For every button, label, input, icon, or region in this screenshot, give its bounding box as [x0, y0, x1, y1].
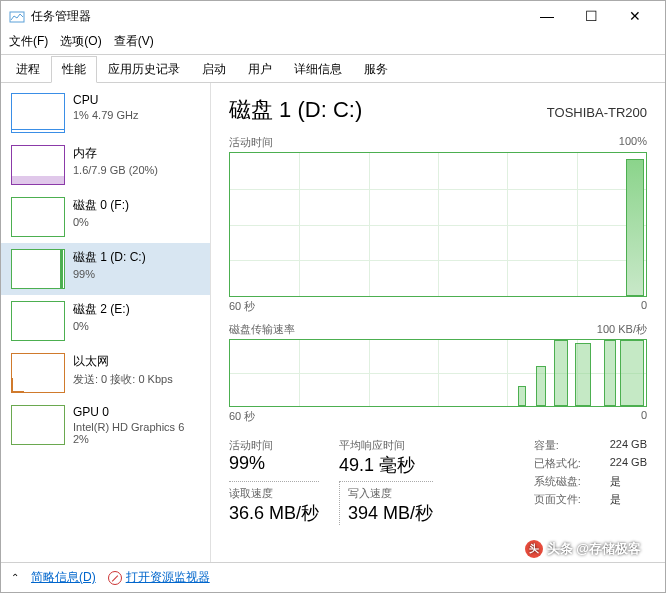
prop-label: 容量:	[534, 438, 596, 453]
sidebar-item-disk-2[interactable]: 磁盘 0 (F:)0%	[1, 191, 210, 243]
prop-label: 页面文件:	[534, 492, 596, 507]
read-speed-label: 读取速度	[229, 486, 319, 501]
chart1-xright: 0	[641, 299, 647, 314]
chart2-xright: 0	[641, 409, 647, 424]
resmon-icon	[108, 571, 122, 585]
watermark: 头 头条 @存储极客	[525, 540, 641, 558]
sidebar-item-disk-3[interactable]: 磁盘 1 (D: C:)99%	[1, 243, 210, 295]
prop-value: 224 GB	[610, 438, 647, 453]
sidebar-item-gpu-6[interactable]: GPU 0Intel(R) HD Graphics 62%	[1, 399, 210, 451]
item-name: 磁盘 1 (D: C:)	[73, 249, 200, 266]
tab-startup[interactable]: 启动	[191, 56, 237, 83]
item-sub: 发送: 0 接收: 0 Kbps	[73, 372, 200, 387]
sidebar-item-net-5[interactable]: 以太网发送: 0 接收: 0 Kbps	[1, 347, 210, 399]
watermark-icon: 头	[525, 540, 543, 558]
menu-options[interactable]: 选项(O)	[60, 33, 101, 50]
tab-details[interactable]: 详细信息	[283, 56, 353, 83]
tab-users[interactable]: 用户	[237, 56, 283, 83]
prop-value: 是	[610, 474, 621, 489]
statusbar: ⌃ 简略信息(D) 打开资源监视器	[1, 562, 665, 592]
read-speed-value: 36.6 MB/秒	[229, 501, 319, 525]
chart1-label: 活动时间	[229, 135, 273, 150]
chart2-xleft: 60 秒	[229, 409, 255, 424]
item-sub: 1% 4.79 GHz	[73, 109, 200, 121]
prop-value: 是	[610, 492, 621, 507]
minimize-button[interactable]: —	[525, 1, 569, 31]
thumbnail-chart	[11, 353, 65, 393]
item-name: 以太网	[73, 353, 200, 370]
item-sub: 99%	[73, 268, 200, 280]
chart1-xleft: 60 秒	[229, 299, 255, 314]
main-panel: 磁盘 1 (D: C:) TOSHIBA-TR200 活动时间 100% 60 …	[211, 83, 665, 562]
item-sub: Intel(R) HD Graphics 62%	[73, 421, 200, 445]
chart2-label: 磁盘传输速率	[229, 322, 295, 337]
resp-time-label: 平均响应时间	[339, 438, 433, 453]
svg-rect-0	[10, 12, 24, 22]
brief-info-link[interactable]: 简略信息(D)	[31, 569, 96, 586]
chart2-max: 100 KB/秒	[597, 322, 647, 337]
sidebar-item-cpu-0[interactable]: CPU1% 4.79 GHz	[1, 87, 210, 139]
sidebar: CPU1% 4.79 GHz内存1.6/7.9 GB (20%)磁盘 0 (F:…	[1, 83, 211, 562]
item-name: 内存	[73, 145, 200, 162]
item-name: CPU	[73, 93, 200, 107]
item-name: 磁盘 2 (E:)	[73, 301, 200, 318]
sidebar-item-disk-4[interactable]: 磁盘 2 (E:)0%	[1, 295, 210, 347]
item-name: 磁盘 0 (F:)	[73, 197, 200, 214]
window-title: 任务管理器	[31, 8, 525, 25]
prop-label: 已格式化:	[534, 456, 596, 471]
activity-chart	[229, 152, 647, 297]
sidebar-item-mem-1[interactable]: 内存1.6/7.9 GB (20%)	[1, 139, 210, 191]
menubar: 文件(F) 选项(O) 查看(V)	[1, 31, 665, 55]
chart1-max: 100%	[619, 135, 647, 150]
active-time-label: 活动时间	[229, 438, 319, 453]
disk-model: TOSHIBA-TR200	[547, 105, 647, 120]
tab-services[interactable]: 服务	[353, 56, 399, 83]
thumbnail-chart	[11, 301, 65, 341]
disk-title: 磁盘 1 (D: C:)	[229, 95, 362, 125]
write-speed-label: 写入速度	[348, 486, 433, 501]
item-name: GPU 0	[73, 405, 200, 419]
write-speed-value: 394 MB/秒	[348, 501, 433, 525]
resp-time-value: 49.1 毫秒	[339, 453, 433, 477]
collapse-icon[interactable]: ⌃	[11, 572, 19, 583]
transfer-chart	[229, 339, 647, 407]
resmon-link[interactable]: 打开资源监视器	[108, 569, 210, 586]
disk-properties: 容量:224 GB已格式化:224 GB系统磁盘:是页面文件:是	[534, 438, 647, 525]
prop-value: 224 GB	[610, 456, 647, 471]
active-time-value: 99%	[229, 453, 319, 474]
item-sub: 0%	[73, 320, 200, 332]
tab-processes[interactable]: 进程	[5, 56, 51, 83]
item-sub: 1.6/7.9 GB (20%)	[73, 164, 200, 176]
tab-performance[interactable]: 性能	[51, 56, 97, 83]
tab-apphistory[interactable]: 应用历史记录	[97, 56, 191, 83]
app-icon	[9, 8, 25, 24]
menu-file[interactable]: 文件(F)	[9, 33, 48, 50]
thumbnail-chart	[11, 93, 65, 133]
maximize-button[interactable]: ☐	[569, 1, 613, 31]
thumbnail-chart	[11, 145, 65, 185]
thumbnail-chart	[11, 197, 65, 237]
thumbnail-chart	[11, 405, 65, 445]
close-button[interactable]: ✕	[613, 1, 657, 31]
menu-view[interactable]: 查看(V)	[114, 33, 154, 50]
prop-label: 系统磁盘:	[534, 474, 596, 489]
item-sub: 0%	[73, 216, 200, 228]
tabs: 进程 性能 应用历史记录 启动 用户 详细信息 服务	[1, 55, 665, 83]
thumbnail-chart	[11, 249, 65, 289]
titlebar: 任务管理器 — ☐ ✕	[1, 1, 665, 31]
